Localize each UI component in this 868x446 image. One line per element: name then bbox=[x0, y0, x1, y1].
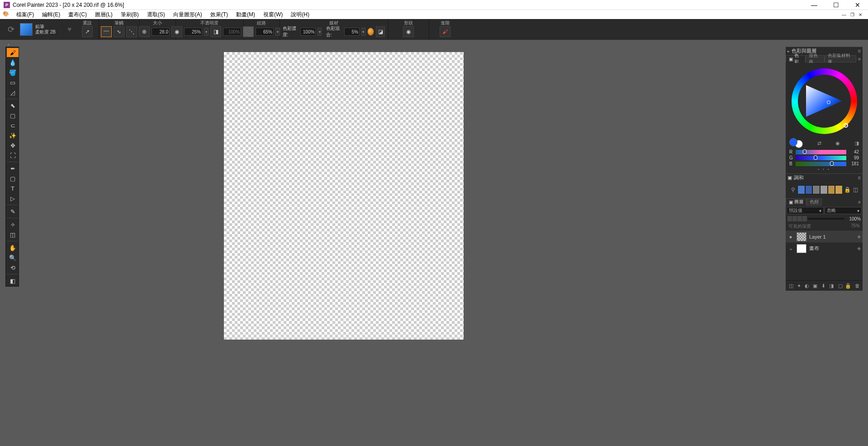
menu-movie[interactable]: 動畫(M) bbox=[232, 10, 259, 19]
opacity-dropdown[interactable]: ▾ bbox=[204, 28, 209, 36]
harmony-link-icon[interactable]: ⚲ bbox=[789, 186, 797, 193]
magnifier-tool[interactable]: 🔍 bbox=[7, 253, 19, 262]
harmony-lock-icon[interactable]: 🔒 bbox=[844, 186, 851, 193]
pen-tool[interactable]: ✒ bbox=[7, 164, 19, 173]
layer-lock-icons[interactable] bbox=[787, 216, 807, 221]
new-layer2-icon[interactable]: ▢ bbox=[837, 282, 844, 289]
size-icon[interactable]: ⊕ bbox=[139, 26, 150, 37]
tab-layers[interactable]: ▣圖層 bbox=[786, 198, 806, 206]
advanced-button[interactable]: 🖌 bbox=[440, 26, 451, 37]
cloner-tool[interactable]: ✎ bbox=[7, 207, 19, 216]
delete-layer-icon[interactable]: 🗑 bbox=[854, 282, 861, 289]
opacity-icon[interactable]: ◉ bbox=[171, 26, 182, 37]
g-slider[interactable] bbox=[796, 156, 846, 160]
dab-type-2[interactable]: ∿ bbox=[114, 26, 124, 37]
dab-type-3[interactable]: ⋱ bbox=[126, 26, 137, 37]
clone-color-icon[interactable]: ◪ bbox=[376, 26, 385, 37]
grabber-tool[interactable]: ✋ bbox=[7, 243, 19, 252]
lock-layer-icon[interactable]: 🔒 bbox=[844, 282, 852, 289]
layer-row[interactable]: ⌄ 畫布 ◈ bbox=[786, 242, 863, 254]
clip-icon[interactable]: ◨ bbox=[828, 282, 835, 289]
grain-input[interactable] bbox=[256, 28, 274, 36]
shape-select-tool[interactable]: ▷ bbox=[7, 194, 19, 203]
menu-edit[interactable]: 編輯(E) bbox=[38, 10, 64, 19]
menu-effects[interactable]: 效果(T) bbox=[207, 10, 232, 19]
brush-tool[interactable]: 🖌 bbox=[7, 48, 19, 57]
sv-handle[interactable] bbox=[827, 101, 830, 104]
menu-brushes[interactable]: 筆刷(B) bbox=[117, 10, 142, 19]
layer-adjuster-tool[interactable]: ⬉ bbox=[7, 101, 19, 110]
primary-color[interactable] bbox=[789, 138, 797, 146]
blend-input[interactable] bbox=[344, 28, 360, 36]
r-slider[interactable] bbox=[796, 150, 846, 154]
canvas[interactable] bbox=[224, 52, 464, 340]
menu-shapes[interactable]: 向量圖形(A) bbox=[170, 10, 206, 19]
layer-visibility-icon[interactable]: ● bbox=[787, 234, 794, 240]
harmony-swatch-2[interactable] bbox=[812, 185, 820, 194]
opacity2-input[interactable] bbox=[223, 28, 241, 36]
layer-row[interactable]: ● Layer 1 ◈ bbox=[786, 230, 863, 242]
blend-mode-select[interactable]: 預設值▾ bbox=[787, 207, 824, 214]
dab-type-1[interactable]: 〰 bbox=[101, 26, 112, 37]
tab-color[interactable]: ▣色彩 bbox=[786, 55, 806, 62]
close-button[interactable]: ✕ bbox=[851, 1, 864, 9]
paint-bucket-tool[interactable]: 🪣 bbox=[7, 68, 19, 77]
harmony-swatch-0[interactable] bbox=[797, 185, 805, 194]
blend-scope-select[interactable]: 忽略▾ bbox=[825, 207, 862, 214]
opacity-toggle[interactable]: ◨ bbox=[210, 26, 221, 37]
text-tool[interactable]: T bbox=[7, 184, 19, 193]
menu-help[interactable]: 說明(H) bbox=[287, 10, 313, 19]
size-input[interactable] bbox=[152, 28, 170, 36]
density-dropdown[interactable]: ▾ bbox=[318, 28, 322, 36]
new-layer-icon[interactable]: ◫ bbox=[787, 282, 795, 289]
harmony-swatch-3[interactable] bbox=[820, 185, 828, 194]
density-input[interactable] bbox=[300, 28, 316, 36]
merge-icon[interactable]: ⬇ bbox=[820, 282, 827, 289]
brush-selector[interactable]: ⟳ 鉛筆 柔軟度 2B ♥ bbox=[0, 19, 76, 40]
doc-minimize[interactable]: — bbox=[841, 12, 847, 17]
harmony-swatch-4[interactable] bbox=[828, 185, 835, 194]
menu-canvas[interactable]: 畫布(C) bbox=[65, 10, 90, 19]
clone-color-toggle[interactable]: ◉ bbox=[835, 140, 840, 146]
harmony-swatch-5[interactable] bbox=[835, 185, 843, 194]
swap-colors-icon[interactable]: ⇄ bbox=[817, 140, 821, 146]
divine-proportion-tool[interactable]: ◫ bbox=[7, 230, 19, 239]
menu-window[interactable]: 視窗(W) bbox=[260, 10, 286, 19]
panel-menu-icon[interactable]: ≡ bbox=[858, 48, 861, 54]
dropper-tool[interactable]: 💧 bbox=[7, 58, 19, 67]
effects-icon[interactable]: ✦ bbox=[796, 282, 803, 289]
layer-opacity-slider[interactable] bbox=[808, 218, 844, 220]
color-panel-menu[interactable]: ≡ bbox=[856, 57, 863, 62]
harmony-menu[interactable]: ≡ bbox=[858, 175, 861, 181]
rotate-page-tool[interactable]: ⟲ bbox=[7, 263, 19, 272]
magic-wand-tool[interactable]: ✨ bbox=[7, 131, 19, 140]
color-swatch-icon[interactable] bbox=[367, 28, 374, 36]
layers-panel-menu[interactable]: ≡ bbox=[856, 200, 863, 205]
doc-restore[interactable]: ❐ bbox=[849, 12, 855, 17]
grain-icon[interactable] bbox=[243, 26, 254, 37]
tab-mixer[interactable]: 混色器 bbox=[806, 55, 825, 62]
menu-file[interactable]: 檔案(F) bbox=[13, 10, 38, 19]
maximize-button[interactable]: ☐ bbox=[829, 1, 843, 9]
group-icon[interactable]: ▣ bbox=[811, 282, 819, 289]
menu-select[interactable]: 選取(S) bbox=[143, 10, 169, 19]
eraser-tool[interactable]: ▭ bbox=[7, 78, 19, 87]
reset-button[interactable]: ↗ bbox=[82, 26, 93, 37]
doc-close[interactable]: ✕ bbox=[857, 12, 863, 17]
hue-ring-handle[interactable] bbox=[844, 123, 848, 128]
opacity-input[interactable] bbox=[184, 28, 202, 36]
rect-shape-tool[interactable]: ▢ bbox=[7, 174, 19, 183]
favorite-icon[interactable]: ♥ bbox=[67, 25, 72, 34]
color-swatches[interactable] bbox=[789, 138, 803, 148]
layer-visibility-icon[interactable]: ⌄ bbox=[787, 245, 794, 251]
menu-layers[interactable]: 圖層(L) bbox=[91, 10, 116, 19]
harmony-swatch-1[interactable] bbox=[805, 185, 813, 194]
tab-channels[interactable]: 色頻 bbox=[806, 198, 822, 206]
reset-colors-icon[interactable]: ◨ bbox=[854, 140, 859, 146]
tab-colorset[interactable]: 色彩集材料庫 bbox=[825, 55, 856, 62]
rect-select-tool[interactable]: ▢ bbox=[7, 111, 19, 120]
grain-dropdown[interactable]: ▾ bbox=[275, 28, 280, 36]
mask-icon[interactable]: ◐ bbox=[804, 282, 811, 289]
expand-sliders[interactable]: • • • bbox=[787, 167, 861, 172]
crop-tool[interactable]: ⛶ bbox=[7, 151, 19, 160]
